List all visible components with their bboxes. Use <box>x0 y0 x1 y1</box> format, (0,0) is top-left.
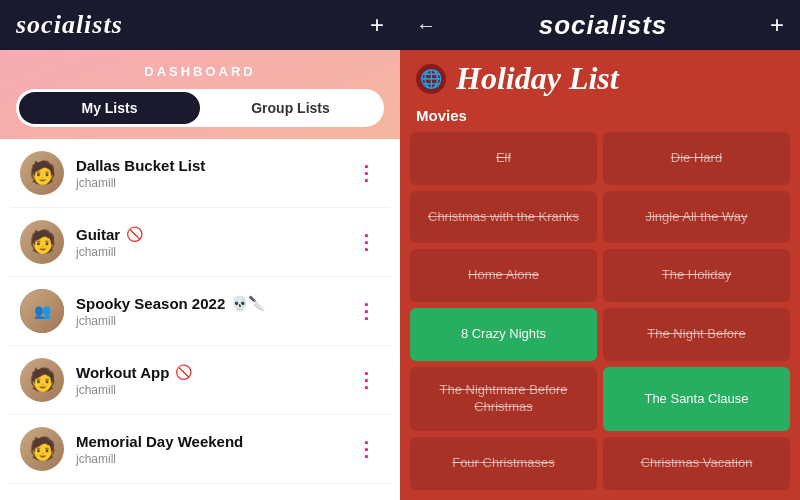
movie-cell-four-christmases[interactable]: Four Christmases <box>410 437 597 490</box>
movie-cell-holiday[interactable]: The Holiday <box>603 249 790 302</box>
movie-title: Jingle All the Way <box>645 209 747 226</box>
avatar-image: 🧑 <box>20 358 64 402</box>
movie-cell-crazy-nights[interactable]: 8 Crazy Nights <box>410 308 597 361</box>
movie-cell-kranks[interactable]: Christmas with the Kranks <box>410 191 597 244</box>
list-user: jchamill <box>76 383 352 397</box>
list-name: Guitar 🚫 <box>76 226 352 243</box>
list-name: Dallas Bucket List <box>76 157 352 174</box>
movie-title: Christmas Vacation <box>641 455 753 472</box>
list-item[interactable]: 👥 Spooky Season 2022 💀🔪 jchamill ⋮ <box>10 277 390 346</box>
list-info: Spooky Season 2022 💀🔪 jchamill <box>76 295 352 328</box>
left-header: socialists + <box>0 0 400 50</box>
tab-group-lists[interactable]: Group Lists <box>200 92 381 124</box>
list-more-button[interactable]: ⋮ <box>352 230 380 254</box>
movie-title: Elf <box>496 150 511 167</box>
list-info: Guitar 🚫 jchamill <box>76 226 352 259</box>
list-item[interactable]: 🧑 Guitar 🚫 jchamill ⋮ <box>10 208 390 277</box>
movie-title: Die Hard <box>671 150 722 167</box>
movie-title: The Holiday <box>662 267 731 284</box>
movie-title: Christmas with the Kranks <box>428 209 579 226</box>
avatar-image: 🧑 <box>20 220 64 264</box>
movie-cell-santa-clause[interactable]: The Santa Clause <box>603 367 790 431</box>
movie-title: The Nightmare Before Christmas <box>420 382 587 416</box>
list-user: jchamill <box>76 245 352 259</box>
tabs-container: My Lists Group Lists <box>16 89 384 127</box>
movie-cell-elf[interactable]: Elf <box>410 132 597 185</box>
avatar: 🧑 <box>20 151 64 195</box>
movie-title: Home Alone <box>468 267 539 284</box>
right-header: ← socialists + <box>400 0 800 50</box>
dashboard-title: DASHBOARD <box>0 50 400 89</box>
list-item[interactable]: 🧑 Memorial Day Weekend jchamill ⋮ <box>10 415 390 484</box>
left-logo: socialists <box>16 10 123 40</box>
movie-cell-night-before[interactable]: The Night Before <box>603 308 790 361</box>
holiday-list-title: Holiday List <box>456 60 619 97</box>
movie-title: 8 Crazy Nights <box>461 326 546 343</box>
list-name: Spooky Season 2022 💀🔪 <box>76 295 352 312</box>
list-name: Workout App 🚫 <box>76 364 352 381</box>
list-user: jchamill <box>76 176 352 190</box>
avatar-image: 🧑 <box>20 427 64 471</box>
avatar-image: 👥 <box>20 289 64 333</box>
list-item[interactable]: 🧑 Workout App 🚫 jchamill ⋮ <box>10 346 390 415</box>
movie-cell-nightmare[interactable]: The Nightmare Before Christmas <box>410 367 597 431</box>
badge-icon: 🚫 <box>175 364 192 380</box>
avatar: 🧑 <box>20 220 64 264</box>
holiday-title-section: 🌐 Holiday List <box>400 50 800 103</box>
movie-title: The Night Before <box>647 326 745 343</box>
list-container: 🧑 Dallas Bucket List jchamill ⋮ 🧑 Guitar… <box>0 139 400 500</box>
badge-icon: 💀🔪 <box>231 295 265 311</box>
list-name: Memorial Day Weekend <box>76 433 352 450</box>
movies-grid: Elf Die Hard Christmas with the Kranks J… <box>400 132 800 500</box>
badge-icon: 🚫 <box>126 226 143 242</box>
list-more-button[interactable]: ⋮ <box>352 437 380 461</box>
tab-my-lists[interactable]: My Lists <box>19 92 200 124</box>
back-button[interactable]: ← <box>416 14 436 37</box>
list-more-button[interactable]: ⋮ <box>352 161 380 185</box>
movie-cell-christmas-vacation[interactable]: Christmas Vacation <box>603 437 790 490</box>
movie-title: Four Christmases <box>452 455 555 472</box>
avatar: 🧑 <box>20 358 64 402</box>
movie-cell-die-hard[interactable]: Die Hard <box>603 132 790 185</box>
avatar: 👥 <box>20 289 64 333</box>
globe-icon: 🌐 <box>416 64 446 94</box>
list-item[interactable]: 🧑 Dallas Bucket List jchamill ⋮ <box>10 139 390 208</box>
avatar: 🧑 <box>20 427 64 471</box>
right-panel: ← socialists + 🌐 Holiday List Movies Elf… <box>400 0 800 500</box>
left-add-button[interactable]: + <box>370 11 384 39</box>
list-info: Dallas Bucket List jchamill <box>76 157 352 190</box>
avatar-image: 🧑 <box>20 151 64 195</box>
list-info: Workout App 🚫 jchamill <box>76 364 352 397</box>
movies-section-label: Movies <box>400 103 800 132</box>
list-more-button[interactable]: ⋮ <box>352 368 380 392</box>
right-logo: socialists <box>539 10 668 41</box>
movie-cell-jingle[interactable]: Jingle All the Way <box>603 191 790 244</box>
list-user: jchamill <box>76 314 352 328</box>
movie-title: The Santa Clause <box>644 391 748 408</box>
movie-cell-home-alone[interactable]: Home Alone <box>410 249 597 302</box>
list-user: jchamill <box>76 452 352 466</box>
left-panel: socialists + DASHBOARD My Lists Group Li… <box>0 0 400 500</box>
list-info: Memorial Day Weekend jchamill <box>76 433 352 466</box>
right-add-button[interactable]: + <box>770 11 784 39</box>
list-more-button[interactable]: ⋮ <box>352 299 380 323</box>
